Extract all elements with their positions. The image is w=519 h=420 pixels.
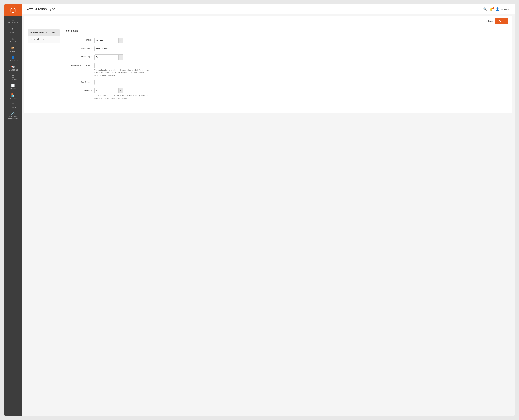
duration-billing-input[interactable] xyxy=(94,63,149,68)
initial-fees-select[interactable]: No Yes xyxy=(94,88,118,93)
partners-icon: 🔗 xyxy=(11,112,15,116)
search-icon: 🔍 xyxy=(483,7,487,11)
page-title: New Duration Type xyxy=(26,7,55,11)
duration-title-input[interactable] xyxy=(94,46,149,51)
required-marker-sort: * xyxy=(91,81,92,83)
initial-fees-hint: Set "Yes" if you charge initial fee to t… xyxy=(94,94,149,99)
sidebar-item-marketing[interactable]: 📢 MARKETING xyxy=(4,63,22,73)
customers-icon: 👤 xyxy=(11,56,15,59)
status-select[interactable]: Enabled Disabled xyxy=(94,38,118,43)
initial-fees-row: Initial Fees No Yes ▼ Set "Yes" if you c… xyxy=(65,88,509,99)
status-label: Status xyxy=(65,38,94,41)
duration-title-label: Duration Title * xyxy=(65,46,94,50)
right-form: Information Status Enabled Disabled ▼ xyxy=(63,29,509,109)
back-button[interactable]: ← ← Back xyxy=(482,20,493,22)
initial-fees-arrow: ▼ xyxy=(118,88,123,93)
user-icon: 👤 xyxy=(496,7,499,11)
admin-user-menu[interactable]: 👤 adminnew ▾ xyxy=(496,7,511,11)
duration-billing-label: Duration(Billing Cycle) * xyxy=(65,63,94,66)
top-bar-actions: 🔍 🔔 2 👤 adminnew ▾ xyxy=(483,7,511,11)
duration-type-row: Duration Type Day Week Month Year ▼ xyxy=(65,54,509,60)
form-area: DURATION INFORMATION Information ✎ Infor… xyxy=(24,26,512,113)
back-arrow-icon: ← xyxy=(482,20,485,22)
initial-fees-label: Initial Fees xyxy=(65,88,94,91)
status-select-arrow: ▼ xyxy=(118,38,123,43)
sort-order-control xyxy=(94,80,509,85)
sales-icon: $ xyxy=(12,37,14,40)
sidebar-item-system[interactable]: ⚙ SYSTEM xyxy=(4,101,22,110)
sidebar-item-recurring[interactable]: ↻ RECURRING xyxy=(4,25,22,35)
status-select-wrap: Enabled Disabled ▼ xyxy=(94,38,123,43)
duration-type-select[interactable]: Day Week Month Year xyxy=(94,55,118,60)
initial-fees-select-wrap: No Yes ▼ xyxy=(94,88,123,93)
required-marker: * xyxy=(91,47,92,50)
sort-order-label: Sort Order * xyxy=(65,80,94,83)
left-panel: DURATION INFORMATION Information ✎ xyxy=(28,29,60,109)
reports-icon: 📊 xyxy=(11,84,15,87)
duration-billing-control: The number of duration after which a sub… xyxy=(94,63,509,77)
sidebar-item-catalog[interactable]: 📦 CATALOG xyxy=(4,44,22,54)
marketing-icon: 📢 xyxy=(11,65,15,68)
sidebar-item-sales[interactable]: $ SALES xyxy=(4,35,22,44)
duration-type-arrow: ▼ xyxy=(118,54,123,60)
sort-order-row: Sort Order * xyxy=(65,80,509,85)
panel-item-information[interactable]: Information ✎ xyxy=(28,36,60,43)
duration-type-select-wrap: Day Week Month Year ▼ xyxy=(94,54,123,60)
search-button[interactable]: 🔍 xyxy=(483,7,487,11)
status-control: Enabled Disabled ▼ xyxy=(94,38,509,43)
sidebar-item-stores[interactable]: 🏪 STORES xyxy=(4,91,22,101)
top-bar: New Duration Type 🔍 🔔 2 👤 adminnew ▾ xyxy=(22,4,515,14)
dashboard-icon: ⊞ xyxy=(12,18,14,22)
notification-badge: 2 xyxy=(492,7,494,9)
duration-billing-hint: The number of duration after which a sub… xyxy=(94,69,149,77)
recurring-icon: ↻ xyxy=(12,27,15,31)
sidebar-item-dashboard[interactable]: ⊞ DASHBOARD xyxy=(4,16,22,25)
sidebar-item-content[interactable]: ▤ CONTENT xyxy=(4,73,22,82)
action-bar: ← ← Back Save xyxy=(24,16,512,26)
panel-header: DURATION INFORMATION xyxy=(28,29,60,36)
duration-type-label: Duration Type xyxy=(65,54,94,58)
edit-icon: ✎ xyxy=(42,38,44,40)
duration-title-row: Duration Title * xyxy=(65,46,509,51)
duration-type-control: Day Week Month Year ▼ xyxy=(94,54,509,60)
status-row: Status Enabled Disabled ▼ xyxy=(65,38,509,43)
content-icon: ▤ xyxy=(12,75,15,78)
logo xyxy=(4,4,22,16)
stores-icon: 🏪 xyxy=(11,93,15,97)
dropdown-arrow: ▾ xyxy=(510,8,511,10)
required-marker-billing: * xyxy=(91,64,92,66)
duration-billing-row: Duration(Billing Cycle) * The number of … xyxy=(65,63,509,77)
notification-button[interactable]: 🔔 2 xyxy=(489,7,493,11)
sort-order-input[interactable] xyxy=(94,80,149,85)
duration-title-control xyxy=(94,46,509,51)
system-icon: ⚙ xyxy=(12,103,15,106)
sidebar: ⊞ DASHBOARD ↻ RECURRING $ SALES 📦 CATALO… xyxy=(4,4,22,416)
sidebar-item-partners[interactable]: 🔗 FIND PARTNERS & EXTENSIONS xyxy=(4,110,22,121)
save-button[interactable]: Save xyxy=(495,18,508,24)
main-content: New Duration Type 🔍 🔔 2 👤 adminnew ▾ ← xyxy=(22,4,515,416)
sidebar-item-reports[interactable]: 📊 REPORTS xyxy=(4,82,22,91)
sidebar-item-customers[interactable]: 👤 CUSTOMERS xyxy=(4,54,22,63)
form-section-title: Information xyxy=(65,29,509,34)
initial-fees-control: No Yes ▼ Set "Yes" if you charge initial… xyxy=(94,88,509,99)
catalog-icon: 📦 xyxy=(11,46,15,50)
